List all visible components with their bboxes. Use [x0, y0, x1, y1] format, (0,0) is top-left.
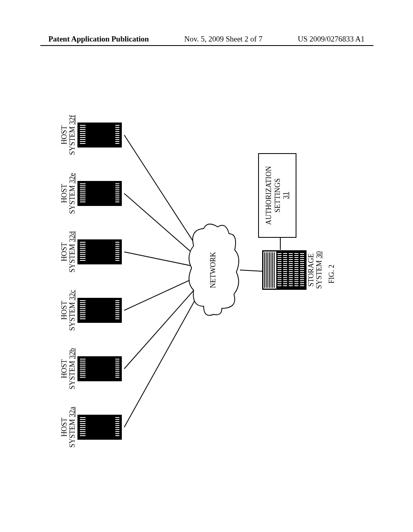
- rack-slot: [294, 253, 298, 287]
- header-divider: [40, 45, 373, 46]
- computer-tower-icon: [77, 298, 122, 323]
- rack-slot: [277, 253, 282, 287]
- host-system-32d: HOST SYSTEM 32d: [60, 228, 122, 276]
- host-label-top: HOST: [60, 184, 68, 203]
- host-system-32a: HOST SYSTEM 32a: [60, 403, 122, 451]
- rack-highlight: [263, 251, 276, 289]
- patent-page: Patent Application Publication Nov. 5, 2…: [0, 0, 413, 532]
- storage-label-bottom: SYSTEM: [315, 260, 323, 289]
- storage-label-top: STORAGE: [307, 254, 315, 287]
- host-label-bottom: SYSTEM: [68, 127, 76, 155]
- header-left: Patent Application Publication: [0, 35, 149, 44]
- host-ref: 32b: [68, 348, 76, 359]
- page-header: Patent Application Publication Nov. 5, 2…: [0, 35, 413, 44]
- host-ref: 32e: [68, 173, 76, 183]
- server-rack-icon: [262, 250, 307, 290]
- host-system-32e: HOST SYSTEM 32e: [60, 169, 122, 218]
- computer-tower-icon: [77, 123, 122, 148]
- host-label-bottom: SYSTEM: [68, 185, 76, 214]
- network-label: NETWORK: [209, 224, 217, 316]
- rack-slot: [289, 253, 293, 287]
- host-ref: 32a: [68, 407, 76, 417]
- svg-line-6: [240, 270, 262, 271]
- auth-ref: 31: [282, 192, 290, 199]
- host-label-top: HOST: [60, 126, 68, 145]
- host-system-32c: HOST SYSTEM 32c: [60, 286, 122, 335]
- header-center: Nov. 5, 2009 Sheet 2 of 7: [184, 35, 263, 44]
- host-label-top: HOST: [60, 301, 68, 320]
- rack-slot: [283, 253, 287, 287]
- computer-tower-icon: [77, 181, 122, 206]
- host-label-bottom: SYSTEM: [68, 361, 76, 389]
- authorization-settings-box: AUTHORIZATION SETTINGS 31: [258, 153, 296, 238]
- host-label-top: HOST: [60, 360, 68, 378]
- computer-tower-icon: [77, 239, 122, 264]
- host-label-bottom: SYSTEM: [68, 244, 76, 272]
- figure-caption: FIG. 2: [327, 97, 336, 451]
- network-cloud: NETWORK: [186, 224, 242, 316]
- host-label-bottom: SYSTEM: [68, 302, 76, 331]
- storage-ref: 30: [315, 251, 323, 258]
- rack-slot: [300, 253, 304, 287]
- host-ref: 32c: [68, 290, 76, 300]
- storage-system: STORAGE SYSTEM 30: [262, 248, 323, 292]
- computer-tower-icon: [77, 415, 122, 440]
- host-label-top: HOST: [60, 418, 68, 437]
- host-label-top: HOST: [60, 243, 68, 262]
- host-ref: 32d: [68, 231, 76, 242]
- diagram-container: HOST SYSTEM 32a HOST SYSTEM 32b HOST SYS…: [60, 129, 351, 419]
- host-label-bottom: SYSTEM: [68, 419, 76, 448]
- host-system-32b: HOST SYSTEM 32b: [60, 345, 122, 393]
- auth-line2: SETTINGS: [273, 179, 282, 213]
- auth-line1: AUTHORIZATION: [265, 166, 273, 225]
- host-system-32f: HOST SYSTEM 32f: [60, 111, 122, 159]
- host-ref: 32f: [68, 115, 76, 125]
- header-right: US 2009/0276833 A1: [298, 35, 413, 44]
- computer-tower-icon: [77, 356, 122, 381]
